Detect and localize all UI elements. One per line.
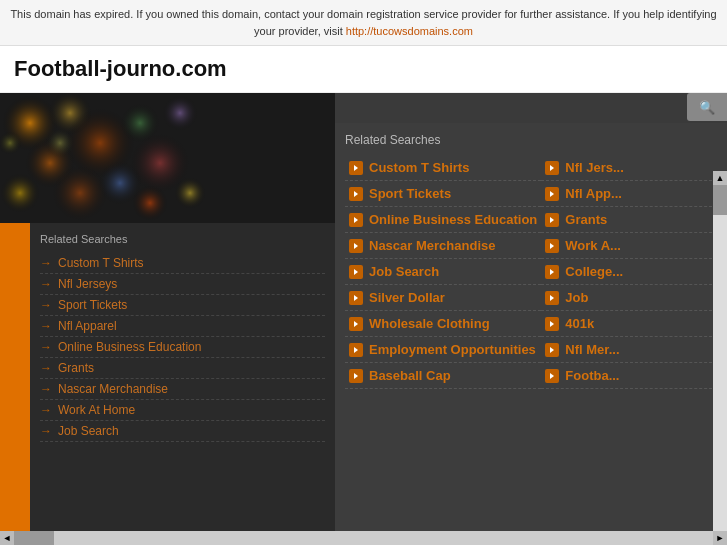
search-link[interactable]: Nascar Merchandise bbox=[369, 238, 495, 253]
sidebar-link[interactable]: Nfl Apparel bbox=[58, 319, 117, 333]
vertical-scrollbar[interactable]: ▲ ▼ bbox=[713, 171, 727, 545]
search-arrow-icon bbox=[349, 265, 363, 279]
list-item[interactable]: →Nfl Apparel bbox=[40, 316, 325, 337]
search-arrow-icon bbox=[545, 291, 559, 305]
search-link[interactable]: Nfl Mer... bbox=[565, 342, 619, 357]
search-link[interactable]: Job Search bbox=[369, 264, 439, 279]
banner-link[interactable]: http://tucowsdomains.com bbox=[346, 25, 473, 37]
search-icon: 🔍 bbox=[699, 100, 715, 115]
sidebar-link[interactable]: Online Business Education bbox=[58, 340, 201, 354]
sidebar-link[interactable]: Sport Tickets bbox=[58, 298, 127, 312]
scroll-up-button[interactable]: ▲ bbox=[713, 171, 727, 185]
search-item[interactable]: Nascar Merchandise bbox=[345, 233, 541, 259]
horizontal-scrollbar[interactable]: ◄ ► bbox=[0, 531, 727, 545]
search-arrow-icon bbox=[349, 317, 363, 331]
search-link[interactable]: Sport Tickets bbox=[369, 186, 451, 201]
right-panel: 🔍 Related Searches Custom T Shirts Nfl J… bbox=[335, 93, 727, 545]
search-arrow-icon bbox=[545, 239, 559, 253]
search-item[interactable]: Grants bbox=[541, 207, 717, 233]
arrow-icon: → bbox=[40, 382, 52, 396]
search-link[interactable]: Nfl App... bbox=[565, 186, 622, 201]
search-item[interactable]: Job bbox=[541, 285, 717, 311]
search-grid: Custom T Shirts Nfl Jers... Sport Ticket… bbox=[345, 155, 717, 389]
search-item[interactable]: Employment Opportunities bbox=[345, 337, 541, 363]
list-item[interactable]: →Online Business Education bbox=[40, 337, 325, 358]
search-link[interactable]: Grants bbox=[565, 212, 607, 227]
site-title: Football-journo.com bbox=[14, 56, 713, 82]
arrow-icon: → bbox=[40, 340, 52, 354]
sidebar-link[interactable]: Work At Home bbox=[58, 403, 135, 417]
hero-image bbox=[0, 93, 210, 223]
search-arrow-icon bbox=[545, 265, 559, 279]
search-arrow-icon bbox=[349, 187, 363, 201]
svg-marker-10 bbox=[354, 295, 358, 301]
search-item[interactable]: Silver Dollar bbox=[345, 285, 541, 311]
search-item[interactable]: Work A... bbox=[541, 233, 717, 259]
search-link[interactable]: Wholesale Clothing bbox=[369, 316, 490, 331]
search-arrow-icon bbox=[545, 369, 559, 383]
svg-marker-12 bbox=[354, 321, 358, 327]
search-link[interactable]: Employment Opportunities bbox=[369, 342, 536, 357]
sidebar-link[interactable]: Nascar Merchandise bbox=[58, 382, 168, 396]
bokeh-canvas bbox=[0, 93, 210, 223]
search-arrow-icon bbox=[349, 291, 363, 305]
svg-marker-13 bbox=[550, 321, 554, 327]
arrow-icon: → bbox=[40, 277, 52, 291]
search-item[interactable]: College... bbox=[541, 259, 717, 285]
left-sidebar-list: →Custom T Shirts →Nfl Jerseys →Sport Tic… bbox=[40, 253, 325, 442]
search-item[interactable]: Sport Tickets bbox=[345, 181, 541, 207]
svg-marker-3 bbox=[550, 191, 554, 197]
svg-marker-11 bbox=[550, 295, 554, 301]
search-link[interactable]: Baseball Cap bbox=[369, 368, 451, 383]
svg-marker-9 bbox=[550, 269, 554, 275]
search-link[interactable]: College... bbox=[565, 264, 623, 279]
search-item[interactable]: Nfl App... bbox=[541, 181, 717, 207]
svg-marker-15 bbox=[550, 347, 554, 353]
search-item[interactable]: Online Business Education bbox=[345, 207, 541, 233]
search-arrow-icon bbox=[545, 213, 559, 227]
svg-marker-0 bbox=[354, 165, 358, 171]
list-item[interactable]: →Custom T Shirts bbox=[40, 253, 325, 274]
hero-area: Related Searches →Custom T Shirts →Nfl J… bbox=[0, 93, 335, 545]
list-item[interactable]: →Work At Home bbox=[40, 400, 325, 421]
arrow-icon: → bbox=[40, 298, 52, 312]
sidebar-link[interactable]: Grants bbox=[58, 361, 94, 375]
scroll-left-button[interactable]: ◄ bbox=[0, 531, 14, 545]
search-item[interactable]: Nfl Mer... bbox=[541, 337, 717, 363]
search-link[interactable]: Custom T Shirts bbox=[369, 160, 469, 175]
search-link[interactable]: Nfl Jers... bbox=[565, 160, 624, 175]
search-item[interactable]: Job Search bbox=[345, 259, 541, 285]
search-link[interactable]: Work A... bbox=[565, 238, 621, 253]
search-link[interactable]: 401k bbox=[565, 316, 594, 331]
search-link[interactable]: Online Business Education bbox=[369, 212, 537, 227]
search-item[interactable]: 401k bbox=[541, 311, 717, 337]
list-item[interactable]: →Sport Tickets bbox=[40, 295, 325, 316]
list-item[interactable]: →Nascar Merchandise bbox=[40, 379, 325, 400]
arrow-icon: → bbox=[40, 256, 52, 270]
sidebar-link[interactable]: Job Search bbox=[58, 424, 119, 438]
list-item[interactable]: →Nfl Jerseys bbox=[40, 274, 325, 295]
search-item[interactable]: Footba... bbox=[541, 363, 717, 389]
search-icon-area[interactable]: 🔍 bbox=[687, 93, 727, 121]
svg-marker-17 bbox=[550, 373, 554, 379]
svg-marker-2 bbox=[354, 191, 358, 197]
left-orange-bar bbox=[0, 223, 30, 545]
search-item[interactable]: Wholesale Clothing bbox=[345, 311, 541, 337]
sidebar-link[interactable]: Custom T Shirts bbox=[58, 256, 144, 270]
sidebar-link[interactable]: Nfl Jerseys bbox=[58, 277, 117, 291]
list-item[interactable]: →Job Search bbox=[40, 421, 325, 442]
search-item[interactable]: Nfl Jers... bbox=[541, 155, 717, 181]
search-link[interactable]: Job bbox=[565, 290, 588, 305]
scroll-thumb[interactable] bbox=[713, 185, 727, 215]
search-item[interactable]: Baseball Cap bbox=[345, 363, 541, 389]
search-arrow-icon bbox=[349, 161, 363, 175]
search-arrow-icon bbox=[349, 213, 363, 227]
list-item[interactable]: →Grants bbox=[40, 358, 325, 379]
svg-marker-16 bbox=[354, 373, 358, 379]
arrow-icon: → bbox=[40, 403, 52, 417]
search-link[interactable]: Silver Dollar bbox=[369, 290, 445, 305]
search-item[interactable]: Custom T Shirts bbox=[345, 155, 541, 181]
scroll-right-button[interactable]: ► bbox=[713, 531, 727, 545]
scroll-h-thumb[interactable] bbox=[14, 531, 54, 545]
search-link[interactable]: Footba... bbox=[565, 368, 619, 383]
